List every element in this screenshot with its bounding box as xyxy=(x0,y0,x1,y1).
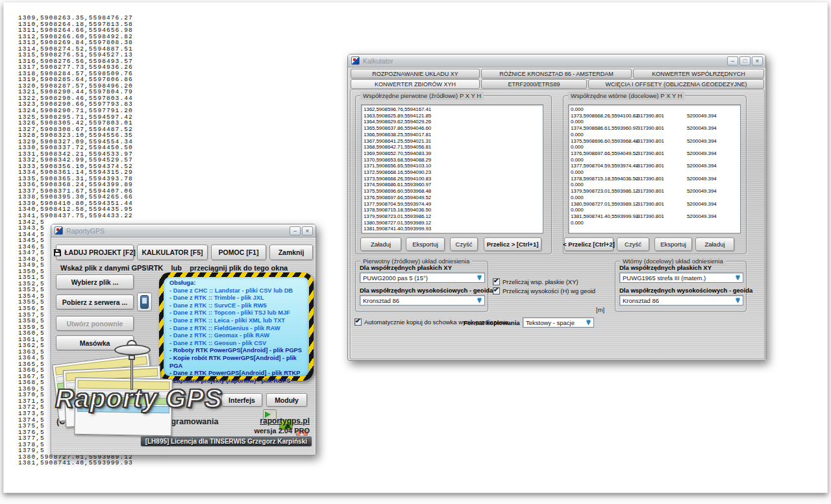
website-link[interactable]: raportygps.pl xyxy=(260,416,310,426)
list-line: 1363,5908625.89,5594121.85 xyxy=(364,113,543,119)
support-item: - Dane z RTK :: Geosun - plik CSV xyxy=(169,340,303,348)
mobile-download-button[interactable] xyxy=(137,293,152,311)
button-label: Przelicz > [Ctrl+1] xyxy=(487,241,539,248)
close-icon[interactable]: × xyxy=(302,226,313,235)
source-xy-label: Dla współrzędnych płaskich XY xyxy=(360,264,452,271)
tab-konwerter-wspolrzednych[interactable]: KONWERTER WSPÓŁRZĘDNYCH xyxy=(633,69,764,78)
source-xy-combo[interactable]: PUWG2000 pas 5 (15°) ▼ xyxy=(360,272,485,283)
target-xy-combo[interactable]: PUWG1965 strefa III (matem.) ▼ xyxy=(619,272,743,283)
list-line: 0.000 xyxy=(571,195,740,201)
list-line: 1374,5908686.61,5593960.97 xyxy=(364,182,543,188)
list-line: 1373,5908668.26,5594100.83 xyxy=(364,176,543,182)
list-line: 1369,5908652.70,5594083.39 xyxy=(364,150,543,157)
combo-value: Kronsztad 86 xyxy=(623,297,659,304)
tab-label: KONWERTER WSPÓŁRZĘDNYCH xyxy=(652,71,745,77)
source-reference-group: Pierwotny (źródłowy) układ odniesienia D… xyxy=(355,261,488,312)
zamknij-button[interactable]: Zamknij xyxy=(269,245,313,260)
convert-xy-checkbox[interactable]: Przeliczaj wsp. płaskie (XY) xyxy=(493,278,578,285)
window-title: Kalkulator xyxy=(363,57,393,65)
source-eksportuj-button[interactable]: Eksportuj xyxy=(406,237,445,251)
button-label: Moduły xyxy=(275,396,299,404)
target-geoid-combo[interactable]: Kronsztad 86 ▼ xyxy=(619,295,743,306)
convert-h-checkbox[interactable]: Przeliczaj wysokości (H) wg geoid xyxy=(493,287,595,294)
wybierz-plik-button[interactable]: Wybierz plik ... xyxy=(56,274,134,289)
tab-konwerter-zbiorow-xyh[interactable]: KONWERTER ZBIORÓW XYH xyxy=(351,79,480,89)
tab-etrf2000-etrs89[interactable]: ETRF2000/ETRS89 xyxy=(481,79,587,89)
button-label: Interfejs xyxy=(229,396,255,404)
list-line: 1379,5908723.01,5593986.12 xyxy=(364,213,543,220)
close-icon[interactable]: × xyxy=(752,56,763,66)
tab-roznice-kronsztad[interactable]: RÓŻNICE KRONSZTAD 86 - AMSTERDAM xyxy=(481,69,632,78)
pomoc-button[interactable]: POMOC [F1] xyxy=(211,245,266,260)
list-line: 1371,5908656.65,5594103.10 xyxy=(364,163,543,169)
tab-rozpoznawanie-ukladu-xy[interactable]: ROZPOZNAWANIE UKŁADU XY xyxy=(351,69,480,78)
target-reference-group: Wtórny (docelowy) układ odniesienia Dla … xyxy=(615,261,747,312)
list-line: 1368,5908642.71,5594056.81 xyxy=(364,144,543,150)
interfejs-button[interactable]: Interfejs xyxy=(221,393,262,407)
dropdown-arrow-icon: ▼ xyxy=(734,296,741,304)
source-czysc-button[interactable]: Czyść xyxy=(450,237,478,251)
dropdown-arrow-icon: ▼ xyxy=(476,273,483,281)
list-line: 1377,5908704.59,5593974.49-317390.801520… xyxy=(571,163,740,169)
button-label: ŁADUJ PROJEKT [F2] xyxy=(64,248,136,256)
source-zaladuj-button[interactable]: Załaduj xyxy=(360,237,401,251)
dropdown-arrow-icon: ▼ xyxy=(734,273,741,281)
list-line: 1364,5908629.62,5594029.26 xyxy=(364,119,543,125)
moduly-button[interactable]: Moduły xyxy=(266,393,307,407)
przelicz-ctrl1-button[interactable]: Przelicz > [Ctrl+1] xyxy=(484,237,541,251)
support-header: Obsługa: xyxy=(169,280,303,287)
list-line: 0.000 xyxy=(571,182,740,188)
source-coordinates-listbox[interactable]: 1362,5908596.76,5594167.411363,5908625.8… xyxy=(361,104,543,234)
list-line: 1366,5908638.25,5594017.81 xyxy=(364,132,543,138)
przelicz-ctrl2-button[interactable]: < Przelicz [Ctrl+2] xyxy=(564,237,614,251)
list-line: 1379,5908723.01,5593986.12-317390.801520… xyxy=(571,188,740,195)
list-line: 0.000 xyxy=(571,119,740,125)
raportygps-window: RaportyGPS – × ŁADUJ PROJEKT [F2] KALKUL… xyxy=(51,224,316,455)
kalkulator-button[interactable]: KALKULATOR [F5] xyxy=(137,245,208,260)
source-geoid-combo[interactable]: Kronsztad 86 ▼ xyxy=(360,295,485,306)
button-label: Masówka xyxy=(80,339,110,347)
phone-icon xyxy=(140,295,149,309)
target-zaladuj-button[interactable]: Załaduj xyxy=(695,237,734,251)
pobierz-z-serwera-button[interactable]: Pobierz z serwera ... xyxy=(56,294,134,309)
dropdown-arrow-icon: ▼ xyxy=(585,318,592,326)
support-list-blue: - Dane z CHC :: Landstar - pliki CSV lub… xyxy=(169,287,303,348)
checkbox-label: Przeliczaj wsp. płaskie (XY) xyxy=(502,278,578,285)
raportygps-titlebar[interactable]: RaportyGPS – × xyxy=(51,224,316,237)
list-line: 1378,5908715.18,5594036.50 xyxy=(364,207,543,213)
checkbox-label: Przeliczaj wysokości (H) wg geoid xyxy=(502,287,595,294)
support-item: - Dane z CHC :: Landstar - pliki CSV lub… xyxy=(169,287,303,295)
button-label: Utwórz ponownie xyxy=(67,320,123,328)
tab-wciecia-offsety[interactable]: WCIĘCIA I OFFSETY (OBLICZENIA GEOEDEZYJN… xyxy=(588,79,764,89)
list-line: 1375,5908696.60,5593968.48 xyxy=(364,188,543,195)
support-item: - Dane z RTK :: Geomax - plik RAW xyxy=(169,332,303,340)
minimize-icon[interactable]: – xyxy=(727,56,738,66)
text-line: 1381,5908741.40,5593999.93 xyxy=(18,460,133,466)
app-icon xyxy=(351,56,360,65)
format-kopiowania-label: Format kopiowania xyxy=(464,319,520,326)
tab-label: ROZPOZNAWANIE UKŁADU XY xyxy=(372,71,458,77)
maximize-icon[interactable]: □ xyxy=(739,56,750,66)
list-line: 0.000 xyxy=(571,106,740,113)
app-icon xyxy=(55,226,63,235)
target-coordinates-listbox[interactable]: 0.0001373,5908668.26,5594100.83-317390.8… xyxy=(568,104,741,234)
list-line: 1372,5908668.16,5594090.23 xyxy=(364,169,543,176)
list-line: 0.000 xyxy=(571,220,740,226)
minimize-icon[interactable]: – xyxy=(290,226,301,235)
list-line: 0.000 xyxy=(571,169,740,176)
load-project-button[interactable]: ŁADUJ PROJEKT [F2] xyxy=(56,245,134,260)
target-czysc-button[interactable]: Czyść xyxy=(617,237,649,251)
source-coordinates-group: Współrzędne pierwotne (źródłowe) P X Y H… xyxy=(355,95,552,254)
list-line: 1381,5908741.40,5593999.93 xyxy=(364,226,543,232)
checkbox-checked-icon xyxy=(354,318,362,326)
button-label: POMOC [F1] xyxy=(219,248,259,256)
list-line: 1378,5908715.18,5594036.50-317390.801520… xyxy=(571,176,740,182)
button-label: Załaduj xyxy=(704,241,725,248)
utworz-ponownie-button: Utwórz ponownie xyxy=(56,316,134,331)
combo-value: PUWG1965 strefa III (matem.) xyxy=(623,274,706,282)
list-line: 1377,5908704.59,5593974.49 xyxy=(364,201,543,208)
list-line: 1376,5908697.66,5594049.52 xyxy=(364,195,543,201)
copy-format-combo[interactable]: Tekstowy - spacje ▼ xyxy=(523,317,594,328)
target-eksportuj-button[interactable]: Eksportuj xyxy=(654,237,692,251)
kalkulator-titlebar[interactable]: Kalkulator – □ × xyxy=(348,54,765,67)
